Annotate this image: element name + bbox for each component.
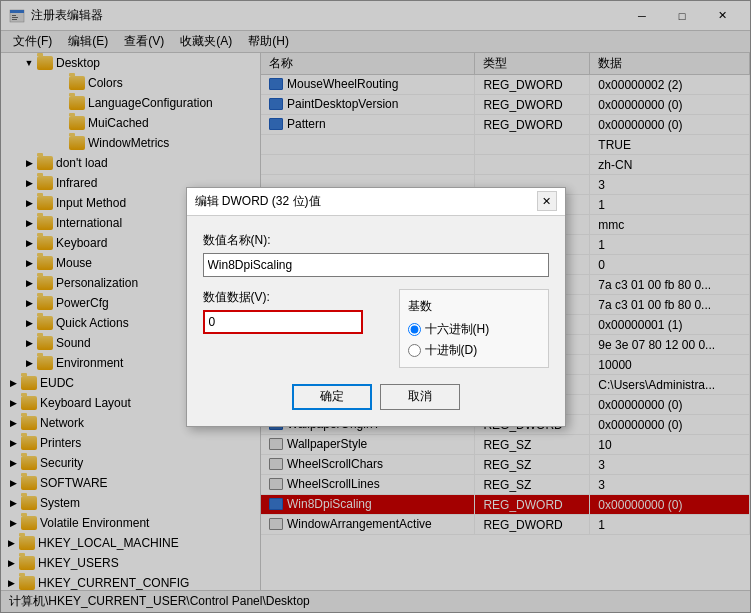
radio-dec-label[interactable]: 十进制(D) [408, 342, 540, 359]
dialog-body: 数值名称(N): 数值数据(V): 基数 十六进制(H) [187, 216, 565, 426]
dialog-close-button[interactable]: ✕ [537, 191, 557, 211]
radio-dec-text: 十进制(D) [425, 342, 478, 359]
radio-hex-label[interactable]: 十六进制(H) [408, 321, 540, 338]
edit-dword-dialog: 编辑 DWORD (32 位)值 ✕ 数值名称(N): 数值数据(V): 基数 [186, 187, 566, 427]
value-left: 数值数据(V): [203, 289, 383, 334]
radio-hex[interactable] [408, 323, 421, 336]
base-radio-group: 十六进制(H) 十进制(D) [408, 321, 540, 359]
confirm-button[interactable]: 确定 [292, 384, 372, 410]
modal-overlay: 编辑 DWORD (32 位)值 ✕ 数值名称(N): 数值数据(V): 基数 [0, 0, 751, 613]
radio-hex-text: 十六进制(H) [425, 321, 490, 338]
value-input[interactable] [203, 310, 363, 334]
name-field-group: 数值名称(N): [203, 232, 549, 277]
base-title: 基数 [408, 298, 540, 315]
dialog-title: 编辑 DWORD (32 位)值 [195, 193, 321, 210]
dialog-titlebar: 编辑 DWORD (32 位)值 ✕ [187, 188, 565, 216]
cancel-button[interactable]: 取消 [380, 384, 460, 410]
value-row: 数值数据(V): 基数 十六进制(H) 十进制(D) [203, 289, 549, 368]
dialog-buttons: 确定 取消 [203, 384, 549, 410]
radio-dec[interactable] [408, 344, 421, 357]
base-group: 基数 十六进制(H) 十进制(D) [399, 289, 549, 368]
name-label: 数值名称(N): [203, 232, 549, 249]
value-label: 数值数据(V): [203, 289, 383, 306]
name-input[interactable] [203, 253, 549, 277]
